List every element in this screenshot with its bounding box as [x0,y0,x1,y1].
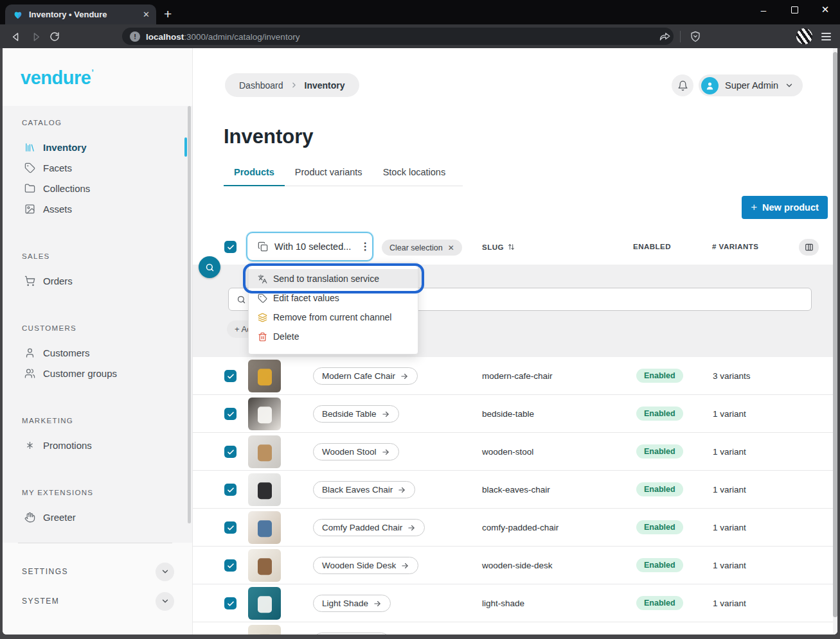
browser-menu-icon[interactable] [821,31,831,42]
window-close-button[interactable]: ✕ [819,4,831,15]
tab-products[interactable]: Products [224,167,285,186]
row-checkbox[interactable] [224,559,237,572]
tab-close-icon[interactable]: ✕ [143,10,150,19]
product-name-link[interactable] [313,633,390,635]
search-fab-marker[interactable] [199,256,220,278]
site-info-icon[interactable]: ! [130,31,140,42]
sidebar-section-settings[interactable]: SETTINGS [3,557,192,586]
row-checkbox[interactable] [224,446,237,458]
main-scrollbar-thumb[interactable] [833,52,837,617]
sidebar-section: MARKETING Promotions [3,412,192,455]
window-minimize-button[interactable]: – [758,4,769,15]
share-icon[interactable] [659,31,671,42]
product-name-link[interactable]: Wooden Side Desk [313,557,418,574]
column-settings-button[interactable] [799,239,819,256]
sidebar-section-system[interactable]: SYSTEM [3,586,192,616]
enabled-badge: Enabled [636,520,683,534]
sidebar-item-customers[interactable]: Customers [3,342,192,363]
brave-shield-icon[interactable] [690,31,701,42]
tab-product-variants[interactable]: Product variants [285,167,373,186]
product-name-link[interactable]: Light Shade [313,595,391,612]
sidebar-item-customer-groups[interactable]: Customer groups [3,363,192,383]
product-name-link[interactable]: Modern Cafe Chair [313,367,418,385]
kebab-menu-icon[interactable]: ⋮ [357,242,373,251]
reload-icon[interactable] [45,31,64,42]
notifications-button[interactable] [672,74,693,96]
column-header-slug[interactable]: SLUG [482,243,515,251]
tab-stock-locations[interactable]: Stock locations [373,167,456,186]
vendure-logo[interactable]: vendureʼ [21,67,93,89]
enabled-badge: Enabled [636,444,683,459]
plus-icon: + [751,201,757,214]
window-maximize-button[interactable] [789,4,800,15]
select-all-checkbox[interactable] [224,241,237,253]
product-thumbnail [248,511,281,544]
user-menu[interactable]: Super Admin [699,74,803,96]
back-icon[interactable] [6,30,26,42]
arrow-right-icon [373,599,382,608]
row-checkbox[interactable] [224,408,237,420]
layers-icon [258,313,267,322]
sidebar-item-assets[interactable]: Assets [3,198,192,219]
new-product-button[interactable]: + New product [742,196,828,219]
translate-icon [258,274,267,284]
browser-profile-avatar[interactable] [796,28,812,44]
product-slug: wooden-side-desk [482,561,553,570]
table-row [193,622,833,635]
browser-tab[interactable]: Inventory • Vendure ✕ [5,4,156,24]
url-bar[interactable]: ! localhost:3000/admin/catalog/inventory [122,28,674,45]
sidebar-item-orders[interactable]: Orders [3,270,192,291]
product-slug: light-shade [482,599,524,608]
chevron-down-icon[interactable] [156,563,174,581]
product-name: Light Shade [322,599,368,608]
product-thumbnail [248,625,281,635]
product-slug: wooden-stool [482,447,533,457]
sidebar-item-collections[interactable]: Collections [3,178,192,198]
menu-item-edit-facet-values[interactable]: Edit facet values [249,288,418,308]
breadcrumb[interactable]: Dashboard Inventory [225,73,359,97]
close-icon: ✕ [448,243,454,252]
product-name-link[interactable]: Black Eaves Chair [313,481,415,498]
menu-item-remove-from-current-channel[interactable]: Remove from current channel [249,308,418,327]
product-name-link[interactable]: Comfy Padded Chair [313,519,425,536]
enabled-badge: Enabled [636,558,683,572]
copy-icon [258,241,268,252]
arrow-right-icon [397,486,406,495]
sidebar-scrollbar[interactable] [188,106,191,523]
product-name-link[interactable]: Wooden Stool [313,443,399,460]
product-name-link[interactable]: Bedside Table [313,405,399,423]
variant-count: 1 variant [713,599,746,608]
variant-count: 1 variant [713,447,746,457]
column-header-enabled: ENABLED [633,243,671,250]
product-name: Wooden Side Desk [322,561,396,570]
product-thumbnail [248,360,281,392]
sort-icon[interactable] [507,243,515,251]
sidebar-section-heading: CATALOG [3,114,192,132]
row-checkbox[interactable] [224,370,237,382]
new-tab-button[interactable]: + [164,6,172,22]
breadcrumb-dashboard[interactable]: Dashboard [239,80,283,91]
with-selected-dropdown-button[interactable]: With 10 selected... ⋮ [246,232,373,261]
clear-selection-label: Clear selection [389,243,443,252]
clear-selection-button[interactable]: Clear selection ✕ [382,240,462,256]
sidebar-item-greeter[interactable]: Greeter [3,507,192,527]
main-scrollbar-track[interactable] [833,48,837,635]
menu-item-send-to-translation-service[interactable]: Send to translation service [249,269,418,288]
user-avatar [701,77,719,94]
variant-count: 3 variants [713,371,751,381]
browser-window: Inventory • Vendure ✕ + – ✕ ! localhost:… [0,0,840,639]
url-path: :3000/admin/catalog/inventory [184,32,299,42]
variant-count: 1 variant [713,485,746,495]
row-checkbox[interactable] [224,484,237,496]
sidebar-item-facets[interactable]: Facets [3,157,192,178]
row-checkbox[interactable] [224,597,237,609]
sidebar-item-inventory[interactable]: Inventory [3,137,192,157]
menu-item-delete[interactable]: Delete [249,327,418,346]
forward-icon[interactable] [26,30,45,42]
user-name: Super Admin [725,80,778,91]
chevron-down-icon[interactable] [156,592,174,611]
sidebar-item-promotions[interactable]: Promotions [3,435,192,455]
sidebar-section-heading: SALES [3,247,192,265]
row-checkbox[interactable] [224,521,237,534]
product-thumbnail [248,398,281,430]
